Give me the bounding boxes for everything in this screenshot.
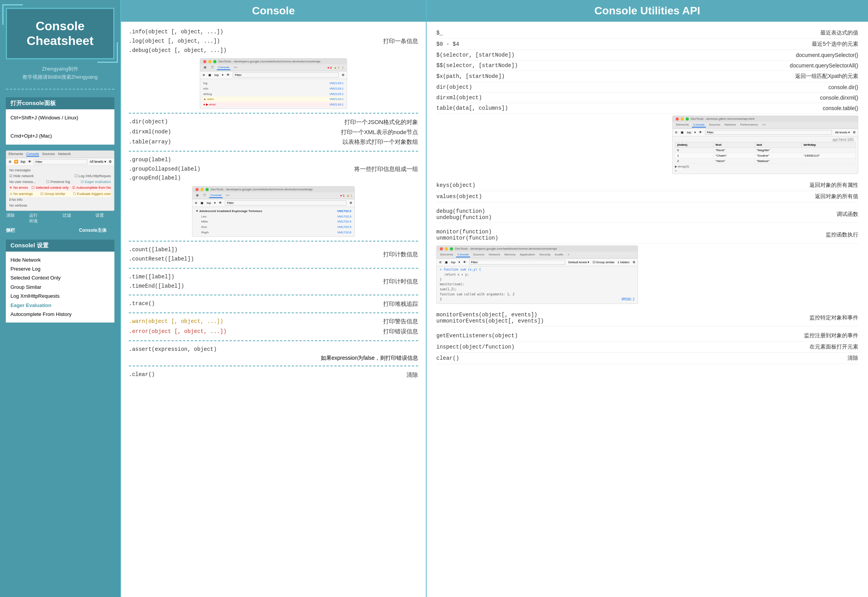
error-badge-dt2: ● 1: [340, 194, 345, 197]
gap-2: [436, 202, 858, 206]
div-4: [129, 241, 418, 242]
filter-dt2: Filter: [225, 200, 346, 205]
max-circle: [213, 60, 216, 63]
table-row-1: 1 "Chaim" "Soutine" "19930113": [675, 153, 856, 159]
clear-method: .clear(): [129, 370, 155, 380]
open-console-section: 打开console面板 Ctrl+Shift+J (Windows / Linu…: [6, 97, 114, 144]
close-circle-2: [195, 188, 199, 191]
count-methods-section: .count([label]) .countReset([label]) 打印计…: [129, 245, 418, 264]
monitor-dt-body: > function sum (x,y) { return x + y; } m…: [437, 266, 638, 304]
sidebar-tab-dt2: ☷: [202, 193, 207, 198]
dt1-error-row: ● ▶ error VM2116:1: [203, 102, 344, 107]
mock-filter-input[interactable]: Filter: [34, 159, 87, 164]
time-desc: 打印计时信息: [383, 278, 418, 285]
table-method: .table(array): [129, 138, 171, 147]
sidebar-icon-dt1: ▣: [208, 73, 211, 77]
table-row-2: 2 "Henri" "Matisse": [675, 159, 856, 164]
api-row-dirxml: dirxml(object) console.dirxml(): [436, 93, 858, 103]
devtools-mock-toolbar: ⊘ 🔽 top 👁 Filter All levels ▾ ⚙: [6, 158, 114, 166]
mock-row-no-errors: ✕ No errors ☐ Selected context only ☑ Au…: [9, 185, 111, 191]
api-row-clear: clear() 清除: [436, 353, 858, 364]
api-row-dollar-underscore: $_ 最近表达式的值: [436, 28, 858, 39]
open-console-content: Ctrl+Shift+J (Windows / Linux) Cmd+Opt+J…: [6, 109, 114, 144]
dropdown-dt1: ▾: [222, 73, 223, 77]
div-7: [129, 312, 418, 313]
trace-method: .trace(): [129, 299, 155, 309]
setting-autocomplete: Autocomplete From History: [10, 310, 110, 319]
console-panel-body: .info(object [, object, ...]) .log(objec…: [121, 22, 426, 597]
dt2-body: ▼ Adolescent Irradiated Espionage Tortoi…: [192, 207, 354, 236]
api-row-dollar-x: $x(path, [startNode]) 返回一组匹配Xpath的元素: [436, 71, 858, 82]
dir-desc: 打印一个JSON格式化的对象: [344, 119, 418, 126]
console-settings-section: Consolel 设置 Hide Network Preserve Log Se…: [6, 240, 114, 323]
mock-row-no-warnings: ⚠ No warnings ☑ Group similar ☐ Evaluate…: [9, 191, 111, 197]
sidebar-icon-dt2: ▣: [201, 201, 204, 205]
close-circle: [203, 60, 206, 63]
dt2-leo: Leo VM1702:3: [195, 214, 351, 219]
top-label-dt2: top: [207, 201, 211, 205]
mock-all-levels: All levels ▾: [90, 160, 106, 164]
error-method: .error(object [, object, ...]): [129, 327, 227, 336]
devtools-mock-header: Elements Console Sources Network: [6, 151, 114, 158]
utilities-panel-title: Console Utilities API: [427, 0, 868, 22]
eye-icon-dt1: 👁: [227, 73, 230, 77]
mock-row-no-messages: No messages: [9, 167, 111, 173]
error-badge-dt1: ● 2: [327, 66, 332, 69]
console-label-dt1: Console: [217, 65, 230, 70]
annotation-filter: 过滤: [62, 212, 71, 224]
group-methods-section: .group(label) .groupCollapsed(label) .gr…: [129, 155, 418, 183]
count-reset-method: .countReset([label]): [129, 255, 194, 264]
setting-selected-context: Selected Context Only: [10, 273, 110, 282]
max-circle-2: [206, 188, 209, 191]
left-panel: Console Cheatsheet Zhengyaing制作 教学视频请Bil…: [0, 0, 120, 597]
console-tab-dt1: ☷: [210, 65, 215, 70]
dt-url-2: DevTools - developers.google.com/web/too…: [211, 188, 313, 191]
gap-1: [436, 176, 858, 180]
dt2-don: Don VM1702:5: [195, 224, 351, 230]
dt1-info-row: info VM2116:1: [203, 86, 344, 91]
trace-section: .trace() 打印堆栈追踪: [129, 299, 418, 309]
warn-badge-dt1: ▲ 2: [334, 66, 339, 69]
mock-icon-filter-btn: 🔽: [14, 160, 18, 164]
div-9: [129, 366, 418, 366]
right-panel: Console Utilities API $_ 最近表达式的值 $0 - $4…: [427, 0, 868, 597]
print-methods-row: .info(object [, object, ...]) .log(objec…: [129, 28, 418, 55]
api-row-values: values(object) 返回对象的所有值: [436, 191, 858, 202]
object-methods-section: .dir(object) 打印一个JSON格式化的对象 .dirxml(node…: [129, 117, 418, 147]
elements-tab-dt1: ▣: [202, 65, 208, 70]
stop-icon-dt1: ⊘: [202, 73, 205, 77]
elements-tab: Elements: [9, 152, 23, 157]
dirxml-method: .dirxml(node): [129, 128, 171, 137]
devtools-mock-body: No messages ☑ Hide network ☐ Log XMLHttp…: [6, 166, 114, 211]
table-row-0: 0 "René" "Magritte": [675, 148, 856, 153]
print-desc: 打印一条信息: [383, 38, 418, 45]
mock-row-no-info: ℹ No info: [9, 197, 111, 203]
title-box: Console Cheatsheet: [6, 8, 114, 59]
mock-icon-stop: ⊘: [9, 160, 12, 164]
div-3: [129, 151, 418, 152]
filter-dt1: Filter: [233, 72, 339, 78]
dt1-warn-row: ▲ warn VM2116:1: [203, 97, 344, 102]
annotation-settings: 设置: [95, 212, 104, 224]
devtools-screenshot-1: DevTools - developers.google.com/web/too…: [200, 58, 347, 109]
min-circle: [208, 60, 211, 63]
group-desc: 将一些打印信息组成一组: [354, 166, 418, 173]
dropdown-dt2: ▾: [214, 201, 216, 205]
console-label-dt2: Console: [209, 193, 223, 198]
print-methods-section: .info(object [, object, ...]) .log(objec…: [129, 28, 418, 55]
dt1-log-row: log VM2116:1: [203, 81, 344, 86]
gap-4: [436, 306, 858, 310]
dt2-mike: Mike VM1702:4: [195, 219, 351, 224]
gap-3: [436, 223, 858, 227]
api-row-get-event-listeners: getEventListeners(object) 监控注册到对象的事件: [436, 330, 858, 342]
setting-eager-eval: Eager Evaluation: [10, 301, 110, 310]
time-methods-section: .time([label]) .timeEnd([label]) 打印计时信息: [129, 273, 418, 291]
mock-settings-icon: ⚙: [109, 160, 112, 164]
warn-section: .warn(object [, object, ...]) 打印警告信息: [129, 317, 418, 326]
main-title: Console Cheatsheet: [15, 19, 105, 48]
middle-panel: Console .info(object [, object, ...]) .l…: [120, 0, 427, 597]
table-desc: 以表格形式打印一个对象数组: [342, 138, 418, 146]
count-desc: 打印计数信息: [383, 251, 418, 258]
open-console-header: 打开console面板: [6, 97, 114, 109]
table-devtools-screenshot: DevTools - devtools.glitch.me/console/ap…: [672, 116, 858, 174]
